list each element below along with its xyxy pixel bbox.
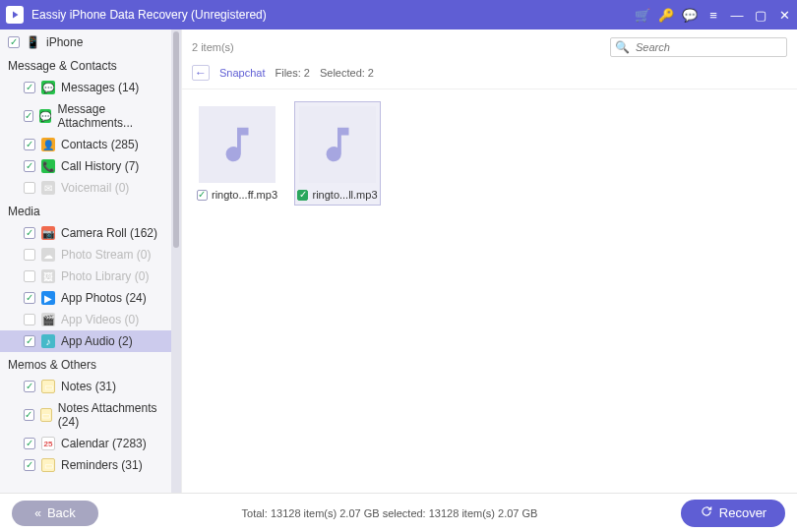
breadcrumb-selected: Selected: 2 [320,67,374,79]
item-count: 2 item(s) [192,41,234,53]
sidebar-item[interactable]: 💬Message Attachments... [0,98,171,134]
sidebar-group-title: Media [0,199,171,222]
cart-icon[interactable]: 🛒 [636,8,649,22]
minimize-icon[interactable]: — [730,8,744,22]
file-tile-name: ringto...ll.mp3 [312,189,377,201]
sidebar-item[interactable]: 💬Messages (14) [0,77,171,98]
sidebar-item[interactable]: 📞Call History (7) [0,155,171,177]
file-tile-checkbox[interactable] [297,190,308,201]
stream-icon: ☁ [41,248,55,262]
sidebar-item-checkbox[interactable] [24,227,35,239]
search-icon: 🔍 [615,40,630,54]
breadcrumb-back-icon[interactable]: ← [192,65,210,81]
content: 2 item(s) 🔍 ← Snapchat Files: 2 Selected… [182,30,797,493]
contacts-icon: 👤 [41,138,55,151]
sidebar-item-checkbox[interactable] [24,409,34,421]
titlebar-actions: 🛒 🔑 💬 ≡ — ▢ ✕ [636,8,791,22]
sidebar-item-label: Camera Roll (162) [61,226,157,240]
appphotos-icon: ▶ [41,291,55,305]
sidebar-item-label: Calendar (7283) [61,437,147,450]
maximize-icon[interactable]: ▢ [754,8,767,22]
sidebar-item-checkbox[interactable] [24,335,35,347]
sidebar-item[interactable]: 25Calendar (7283) [0,433,171,454]
sidebar-item-label: App Videos (0) [61,313,139,326]
sidebar-item-checkbox[interactable] [24,110,33,122]
footer-stats: Total: 13128 item(s) 2.07 GB selected: 1… [110,507,669,519]
sidebar-item[interactable]: ▭Notes (31) [0,376,171,397]
sidebar-item-checkbox [24,314,35,325]
sidebar-item-label: Voicemail (0) [61,181,129,195]
sidebar-item-checkbox[interactable] [24,381,35,392]
sidebar-item-checkbox[interactable] [24,438,35,449]
sidebar-item: ✉Voicemail (0) [0,177,171,199]
file-tile[interactable]: ringto...ll.mp3 [294,101,381,206]
footer: « Back Total: 13128 item(s) 2.07 GB sele… [0,493,797,532]
sidebar-scrollbar-thumb[interactable] [173,31,179,248]
sidebar-item[interactable]: ♪App Audio (2) [0,330,171,352]
file-tile-checkbox[interactable] [197,190,208,201]
sidebar-item-checkbox[interactable] [24,160,35,172]
recover-button-label: Recover [719,505,766,520]
app-title: Eassiy iPhone Data Recovery (Unregistere… [31,8,267,22]
sidebar-item-checkbox[interactable] [24,292,35,304]
sidebar-item[interactable]: ▭Notes Attachments (24) [0,397,171,433]
sidebar: 📱 iPhone Message & Contacts💬Messages (14… [0,30,182,493]
search-box[interactable]: 🔍 [610,37,787,57]
sidebar-item: 🎬App Videos (0) [0,309,171,330]
search-input[interactable] [634,40,782,54]
call-icon: 📞 [41,159,55,173]
camera-icon: 📷 [41,226,55,240]
file-tile-name: ringto...ff.mp3 [212,189,277,201]
back-button-label: Back [47,505,76,520]
titlebar: Eassiy iPhone Data Recovery (Unregistere… [0,0,797,30]
library-icon: 🖼 [41,269,55,283]
sidebar-item-checkbox[interactable] [24,139,35,150]
device-name: iPhone [46,35,83,49]
sidebar-item-checkbox [24,249,35,261]
sidebar-item: ☁Photo Stream (0) [0,244,171,266]
app-logo [6,6,24,24]
recover-button[interactable]: Recover [681,500,785,527]
menu-icon[interactable]: ≡ [706,8,720,22]
device-checkbox[interactable] [8,36,20,48]
sidebar-item[interactable]: ▭Reminders (31) [0,454,171,476]
refresh-icon [700,504,713,521]
sidebar-scrollbar[interactable] [171,30,181,493]
messages-icon: 💬 [41,81,55,94]
sidebar-item-label: Photo Library (0) [61,269,149,283]
sidebar-item[interactable]: 👤Contacts (285) [0,134,171,155]
sidebar-item-label: Photo Stream (0) [61,248,151,262]
back-button[interactable]: « Back [12,501,98,526]
key-icon[interactable]: 🔑 [659,8,673,22]
sidebar-item-checkbox [24,270,35,282]
voicemail-icon: ✉ [41,181,55,195]
sidebar-item-label: Call History (7) [61,159,139,173]
file-grid: ringto...ff.mp3ringto...ll.mp3 [182,89,797,493]
sidebar-item-label: Messages (14) [61,81,139,94]
sidebar-item[interactable]: 📷Camera Roll (162) [0,222,171,244]
sidebar-group-title: Message & Contacts [0,53,171,77]
sidebar-item[interactable]: ▶App Photos (24) [0,287,171,309]
sidebar-item-label: App Photos (24) [61,291,147,305]
breadcrumb-files: Files: 2 [275,67,309,79]
breadcrumb-folder[interactable]: Snapchat [219,67,265,79]
sidebar-item-label: Notes Attachments (24) [58,401,163,429]
device-row[interactable]: 📱 iPhone [0,30,171,53]
audio-icon: ♪ [41,334,55,348]
sidebar-item-checkbox[interactable] [24,459,35,471]
sidebar-item-label: Notes (31) [61,380,116,393]
reminders-icon: ▭ [41,458,55,472]
sidebar-item-label: Contacts (285) [61,138,139,151]
breadcrumb: ← Snapchat Files: 2 Selected: 2 [182,61,797,89]
sidebar-item-label: Message Attachments... [57,102,163,130]
sidebar-item-checkbox[interactable] [24,82,35,93]
sidebar-item-label: Reminders (31) [61,458,143,472]
music-note-icon [199,106,276,183]
chevron-left-icon: « [34,506,41,520]
phone-icon: 📱 [26,35,40,49]
sidebar-item-label: App Audio (2) [61,334,133,348]
file-tile[interactable]: ringto...ff.mp3 [194,101,280,206]
close-icon[interactable]: ✕ [777,8,791,22]
videos-icon: 🎬 [41,313,55,326]
chat-icon[interactable]: 💬 [683,8,697,22]
